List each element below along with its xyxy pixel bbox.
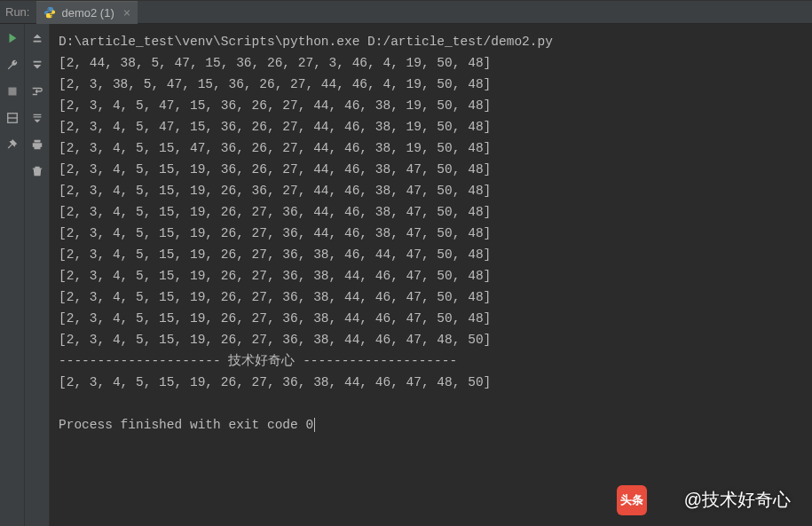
text-cursor bbox=[314, 418, 315, 432]
output-line: [2, 3, 4, 5, 15, 19, 26, 27, 36, 38, 44,… bbox=[59, 265, 803, 287]
output-line: [2, 3, 4, 5, 15, 19, 26, 27, 36, 38, 44,… bbox=[59, 308, 803, 329]
run-actions-column bbox=[0, 24, 25, 526]
run-panel-body: D:\article_test\venv\Scripts\python.exe … bbox=[0, 24, 812, 526]
pin-icon[interactable] bbox=[5, 137, 20, 152]
separator-line: --------------------- 技术好奇心 ------------… bbox=[59, 350, 803, 372]
output-line: [2, 3, 4, 5, 15, 47, 36, 26, 27, 44, 46,… bbox=[59, 137, 803, 159]
output-line: [2, 3, 4, 5, 15, 19, 26, 27, 36, 44, 46,… bbox=[59, 223, 803, 244]
console-actions-column bbox=[25, 24, 50, 526]
soft-wrap-icon[interactable] bbox=[30, 84, 44, 98]
close-icon[interactable]: × bbox=[123, 5, 130, 20]
panel-label: Run: bbox=[0, 5, 36, 19]
output-line: [2, 3, 4, 5, 15, 19, 26, 27, 36, 38, 46,… bbox=[59, 244, 803, 265]
python-file-icon bbox=[43, 6, 56, 19]
result-line: [2, 3, 4, 5, 15, 19, 26, 27, 36, 38, 44,… bbox=[59, 372, 803, 393]
watermark-logo: 头条 bbox=[617, 485, 647, 515]
output-line: [2, 3, 4, 5, 15, 19, 26, 27, 36, 38, 44,… bbox=[59, 329, 803, 350]
scroll-to-end-icon[interactable] bbox=[30, 111, 44, 125]
output-line: [2, 3, 4, 5, 15, 19, 26, 36, 27, 44, 46,… bbox=[59, 180, 803, 201]
output-line: [2, 44, 38, 5, 47, 15, 36, 26, 27, 3, 46… bbox=[59, 52, 803, 74]
command-line: D:\article_test\venv\Scripts\python.exe … bbox=[59, 31, 803, 52]
scroll-down-icon[interactable] bbox=[30, 58, 44, 72]
svg-rect-0 bbox=[8, 88, 16, 96]
stop-button[interactable] bbox=[5, 84, 20, 98]
trash-icon[interactable] bbox=[30, 164, 44, 178]
scroll-up-icon[interactable] bbox=[30, 31, 44, 45]
output-line: [2, 3, 4, 5, 15, 19, 26, 27, 36, 44, 46,… bbox=[59, 201, 803, 223]
run-panel-header: Run: demo2 (1) × bbox=[0, 0, 812, 24]
tab-label: demo2 (1) bbox=[61, 6, 114, 20]
output-line: [2, 3, 38, 5, 47, 15, 36, 26, 27, 44, 46… bbox=[59, 74, 803, 95]
output-line: [2, 3, 4, 5, 47, 15, 36, 26, 27, 44, 46,… bbox=[59, 116, 803, 137]
run-tab[interactable]: demo2 (1) × bbox=[36, 1, 138, 24]
output-line: [2, 3, 4, 5, 15, 19, 26, 27, 36, 38, 44,… bbox=[59, 287, 803, 308]
wrench-icon[interactable] bbox=[5, 58, 20, 72]
watermark-text: @技术好奇心 bbox=[684, 488, 791, 512]
layout-icon[interactable] bbox=[5, 111, 20, 125]
output-line: [2, 3, 4, 5, 47, 15, 36, 26, 27, 44, 46,… bbox=[59, 95, 803, 116]
rerun-button[interactable] bbox=[5, 31, 20, 45]
print-icon[interactable] bbox=[30, 137, 44, 152]
exit-line: Process finished with exit code 0 bbox=[59, 414, 803, 436]
console-output[interactable]: D:\article_test\venv\Scripts\python.exe … bbox=[50, 24, 812, 526]
output-line: [2, 3, 4, 5, 15, 19, 36, 26, 27, 44, 46,… bbox=[59, 159, 803, 180]
